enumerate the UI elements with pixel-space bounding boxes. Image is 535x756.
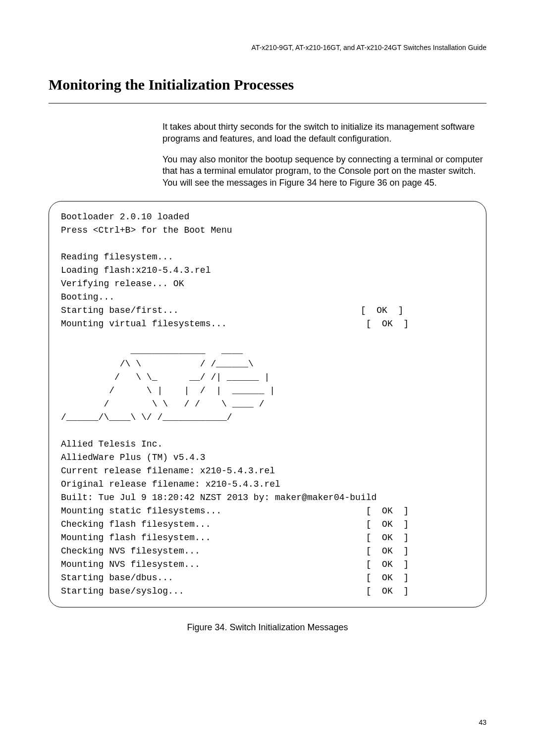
- section-rule: [49, 103, 486, 103]
- page-number: 43: [479, 718, 486, 726]
- body-text: It takes about thirty seconds for the sw…: [162, 121, 484, 189]
- page: AT-x210-9GT, AT-x210-16GT, and AT-x210-2…: [0, 0, 535, 756]
- running-header: AT-x210-9GT, AT-x210-16GT, and AT-x210-2…: [252, 44, 486, 51]
- body-paragraph-1: It takes about thirty seconds for the sw…: [162, 121, 484, 145]
- body-paragraph-2: You may also monitor the bootup sequence…: [162, 154, 484, 189]
- figure-caption: Figure 34. Switch Initialization Message…: [49, 622, 486, 633]
- section-title: Monitoring the Initialization Processes: [49, 76, 486, 93]
- terminal-output: Bootloader 2.0.10 loaded Press <Ctrl+B> …: [61, 210, 474, 598]
- terminal-output-box: Bootloader 2.0.10 loaded Press <Ctrl+B> …: [49, 201, 486, 607]
